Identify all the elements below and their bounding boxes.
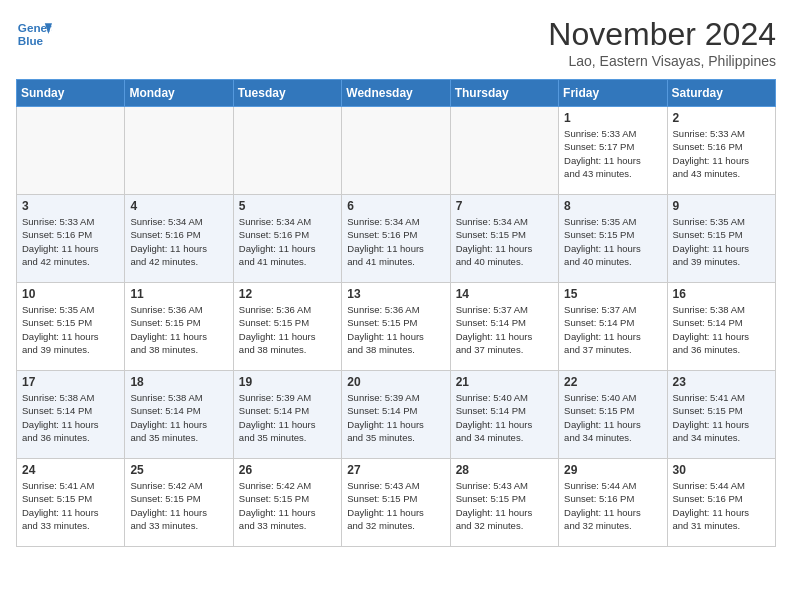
calendar-cell	[233, 107, 341, 195]
calendar-cell: 26Sunrise: 5:42 AMSunset: 5:15 PMDayligh…	[233, 459, 341, 547]
day-info: Sunrise: 5:33 AMSunset: 5:16 PMDaylight:…	[673, 127, 770, 180]
calendar-cell: 24Sunrise: 5:41 AMSunset: 5:15 PMDayligh…	[17, 459, 125, 547]
day-info: Sunrise: 5:37 AMSunset: 5:14 PMDaylight:…	[456, 303, 553, 356]
calendar-week-row: 1Sunrise: 5:33 AMSunset: 5:17 PMDaylight…	[17, 107, 776, 195]
day-number: 25	[130, 463, 227, 477]
day-number: 4	[130, 199, 227, 213]
calendar-cell	[342, 107, 450, 195]
day-info: Sunrise: 5:42 AMSunset: 5:15 PMDaylight:…	[239, 479, 336, 532]
calendar-cell: 15Sunrise: 5:37 AMSunset: 5:14 PMDayligh…	[559, 283, 667, 371]
calendar-cell: 16Sunrise: 5:38 AMSunset: 5:14 PMDayligh…	[667, 283, 775, 371]
calendar-cell: 12Sunrise: 5:36 AMSunset: 5:15 PMDayligh…	[233, 283, 341, 371]
calendar-cell: 25Sunrise: 5:42 AMSunset: 5:15 PMDayligh…	[125, 459, 233, 547]
calendar-cell: 10Sunrise: 5:35 AMSunset: 5:15 PMDayligh…	[17, 283, 125, 371]
calendar-cell: 23Sunrise: 5:41 AMSunset: 5:15 PMDayligh…	[667, 371, 775, 459]
weekday-header: Thursday	[450, 80, 558, 107]
month-title: November 2024	[548, 16, 776, 53]
calendar-cell: 29Sunrise: 5:44 AMSunset: 5:16 PMDayligh…	[559, 459, 667, 547]
calendar-cell: 14Sunrise: 5:37 AMSunset: 5:14 PMDayligh…	[450, 283, 558, 371]
day-info: Sunrise: 5:39 AMSunset: 5:14 PMDaylight:…	[347, 391, 444, 444]
weekday-header: Tuesday	[233, 80, 341, 107]
day-number: 10	[22, 287, 119, 301]
title-block: November 2024 Lao, Eastern Visayas, Phil…	[548, 16, 776, 69]
day-info: Sunrise: 5:34 AMSunset: 5:16 PMDaylight:…	[239, 215, 336, 268]
day-number: 1	[564, 111, 661, 125]
day-info: Sunrise: 5:35 AMSunset: 5:15 PMDaylight:…	[673, 215, 770, 268]
calendar-cell: 22Sunrise: 5:40 AMSunset: 5:15 PMDayligh…	[559, 371, 667, 459]
day-info: Sunrise: 5:35 AMSunset: 5:15 PMDaylight:…	[564, 215, 661, 268]
day-number: 29	[564, 463, 661, 477]
day-number: 28	[456, 463, 553, 477]
day-info: Sunrise: 5:38 AMSunset: 5:14 PMDaylight:…	[130, 391, 227, 444]
day-number: 24	[22, 463, 119, 477]
calendar-cell: 4Sunrise: 5:34 AMSunset: 5:16 PMDaylight…	[125, 195, 233, 283]
calendar-week-row: 17Sunrise: 5:38 AMSunset: 5:14 PMDayligh…	[17, 371, 776, 459]
calendar-cell: 8Sunrise: 5:35 AMSunset: 5:15 PMDaylight…	[559, 195, 667, 283]
logo-icon: General Blue	[16, 16, 52, 52]
calendar-cell: 2Sunrise: 5:33 AMSunset: 5:16 PMDaylight…	[667, 107, 775, 195]
weekday-header: Sunday	[17, 80, 125, 107]
day-number: 3	[22, 199, 119, 213]
calendar-cell: 18Sunrise: 5:38 AMSunset: 5:14 PMDayligh…	[125, 371, 233, 459]
day-info: Sunrise: 5:43 AMSunset: 5:15 PMDaylight:…	[456, 479, 553, 532]
svg-text:Blue: Blue	[18, 34, 44, 47]
day-info: Sunrise: 5:34 AMSunset: 5:16 PMDaylight:…	[347, 215, 444, 268]
day-number: 14	[456, 287, 553, 301]
day-number: 21	[456, 375, 553, 389]
day-info: Sunrise: 5:42 AMSunset: 5:15 PMDaylight:…	[130, 479, 227, 532]
day-info: Sunrise: 5:34 AMSunset: 5:15 PMDaylight:…	[456, 215, 553, 268]
calendar-cell: 9Sunrise: 5:35 AMSunset: 5:15 PMDaylight…	[667, 195, 775, 283]
day-number: 26	[239, 463, 336, 477]
calendar-cell	[17, 107, 125, 195]
calendar-cell: 6Sunrise: 5:34 AMSunset: 5:16 PMDaylight…	[342, 195, 450, 283]
day-info: Sunrise: 5:40 AMSunset: 5:15 PMDaylight:…	[564, 391, 661, 444]
calendar-cell: 20Sunrise: 5:39 AMSunset: 5:14 PMDayligh…	[342, 371, 450, 459]
calendar-week-row: 3Sunrise: 5:33 AMSunset: 5:16 PMDaylight…	[17, 195, 776, 283]
day-number: 7	[456, 199, 553, 213]
calendar-cell: 30Sunrise: 5:44 AMSunset: 5:16 PMDayligh…	[667, 459, 775, 547]
day-number: 30	[673, 463, 770, 477]
day-number: 22	[564, 375, 661, 389]
page-header: General Blue November 2024 Lao, Eastern …	[16, 16, 776, 69]
day-info: Sunrise: 5:41 AMSunset: 5:15 PMDaylight:…	[22, 479, 119, 532]
weekday-header: Saturday	[667, 80, 775, 107]
day-number: 12	[239, 287, 336, 301]
calendar-cell: 13Sunrise: 5:36 AMSunset: 5:15 PMDayligh…	[342, 283, 450, 371]
calendar-cell: 17Sunrise: 5:38 AMSunset: 5:14 PMDayligh…	[17, 371, 125, 459]
day-info: Sunrise: 5:44 AMSunset: 5:16 PMDaylight:…	[564, 479, 661, 532]
day-info: Sunrise: 5:41 AMSunset: 5:15 PMDaylight:…	[673, 391, 770, 444]
day-info: Sunrise: 5:34 AMSunset: 5:16 PMDaylight:…	[130, 215, 227, 268]
day-number: 15	[564, 287, 661, 301]
day-number: 11	[130, 287, 227, 301]
day-number: 17	[22, 375, 119, 389]
day-info: Sunrise: 5:38 AMSunset: 5:14 PMDaylight:…	[673, 303, 770, 356]
day-info: Sunrise: 5:36 AMSunset: 5:15 PMDaylight:…	[130, 303, 227, 356]
day-info: Sunrise: 5:39 AMSunset: 5:14 PMDaylight:…	[239, 391, 336, 444]
day-info: Sunrise: 5:35 AMSunset: 5:15 PMDaylight:…	[22, 303, 119, 356]
calendar-cell: 5Sunrise: 5:34 AMSunset: 5:16 PMDaylight…	[233, 195, 341, 283]
day-number: 9	[673, 199, 770, 213]
weekday-header: Wednesday	[342, 80, 450, 107]
day-info: Sunrise: 5:44 AMSunset: 5:16 PMDaylight:…	[673, 479, 770, 532]
calendar-cell: 1Sunrise: 5:33 AMSunset: 5:17 PMDaylight…	[559, 107, 667, 195]
day-info: Sunrise: 5:36 AMSunset: 5:15 PMDaylight:…	[347, 303, 444, 356]
calendar-week-row: 24Sunrise: 5:41 AMSunset: 5:15 PMDayligh…	[17, 459, 776, 547]
day-number: 18	[130, 375, 227, 389]
weekday-header: Friday	[559, 80, 667, 107]
calendar-cell	[450, 107, 558, 195]
calendar-cell	[125, 107, 233, 195]
calendar-week-row: 10Sunrise: 5:35 AMSunset: 5:15 PMDayligh…	[17, 283, 776, 371]
day-info: Sunrise: 5:33 AMSunset: 5:17 PMDaylight:…	[564, 127, 661, 180]
day-number: 13	[347, 287, 444, 301]
calendar-cell: 11Sunrise: 5:36 AMSunset: 5:15 PMDayligh…	[125, 283, 233, 371]
day-number: 5	[239, 199, 336, 213]
weekday-header: Monday	[125, 80, 233, 107]
calendar-cell: 21Sunrise: 5:40 AMSunset: 5:14 PMDayligh…	[450, 371, 558, 459]
day-info: Sunrise: 5:43 AMSunset: 5:15 PMDaylight:…	[347, 479, 444, 532]
calendar-cell: 28Sunrise: 5:43 AMSunset: 5:15 PMDayligh…	[450, 459, 558, 547]
logo: General Blue	[16, 16, 52, 52]
calendar-cell: 19Sunrise: 5:39 AMSunset: 5:14 PMDayligh…	[233, 371, 341, 459]
day-number: 2	[673, 111, 770, 125]
weekday-header-row: SundayMondayTuesdayWednesdayThursdayFrid…	[17, 80, 776, 107]
day-number: 6	[347, 199, 444, 213]
